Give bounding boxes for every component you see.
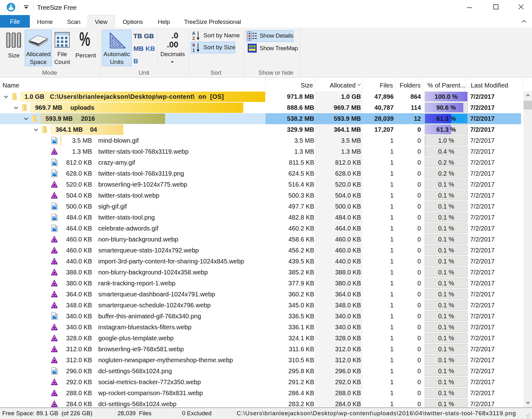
svg-text:A: A xyxy=(192,31,195,36)
svg-text:Z: Z xyxy=(192,36,195,41)
svg-text:1: 1 xyxy=(192,48,195,53)
svg-text:9: 9 xyxy=(192,43,195,48)
